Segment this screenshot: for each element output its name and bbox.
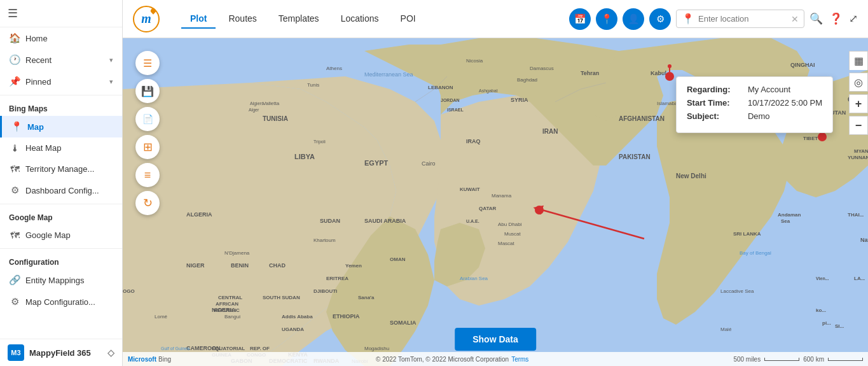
popup-regarding-value: My Account: [748, 85, 790, 94]
expand-icon[interactable]: ⤢: [849, 12, 858, 25]
mappy-badge: M3: [8, 344, 24, 361]
scale-miles: 500 miles: [733, 356, 761, 363]
svg-text:Khartoum: Khartoum: [313, 237, 336, 243]
svg-text:Bangui: Bangui: [224, 314, 240, 320]
map-tool-list[interactable]: ≡: [135, 163, 160, 187]
sidebar-item-heat-map[interactable]: 🌡 Heat Map: [0, 137, 122, 158]
sidebar-item-heat-map-label: Heat Map: [25, 143, 61, 153]
search-icon[interactable]: 🔍: [809, 12, 823, 25]
sidebar-item-pinned-label: Pinned: [25, 77, 51, 87]
pinned-chevron: ▾: [109, 78, 113, 86]
location-input[interactable]: [698, 14, 787, 24]
divider-2: [0, 204, 122, 204]
settings-button[interactable]: ⚙: [649, 8, 671, 30]
hamburger-icon[interactable]: ☰: [8, 6, 18, 20]
logo-circle: m: [133, 6, 160, 32]
svg-text:Algiers: Algiers: [250, 101, 264, 106]
dashboard-icon: ⚙: [9, 185, 20, 196]
svg-text:QINGHAI: QINGHAI: [790, 62, 815, 68]
top-nav-menu: Plot Routes Templates Locations POI: [181, 10, 425, 29]
location-search-wrap: 📍 ✕: [676, 10, 804, 28]
nav-locations[interactable]: Locations: [332, 10, 388, 29]
svg-text:Nicosia: Nicosia: [466, 58, 483, 64]
main-area: m Plot Routes Templates Locations POI 📅 …: [123, 0, 868, 366]
help-icon[interactable]: ❓: [829, 12, 843, 25]
location-clear-icon[interactable]: ✕: [791, 14, 799, 24]
popup-regarding-label: Regarding:: [687, 85, 744, 94]
map-tool-menu[interactable]: ☰: [135, 51, 160, 75]
sidebar-item-home-label: Home: [25, 34, 48, 43]
sidebar-item-recent[interactable]: 🕐 Recent ▾: [0, 49, 122, 71]
map-bottom-bar: Microsoft Bing © 2022 TomTom, © 2022 Mic…: [123, 352, 868, 366]
topbar-utility-icons: 🔍 ❓ ⤢: [809, 12, 858, 25]
svg-text:BENIN: BENIN: [231, 262, 249, 269]
map-tool-save[interactable]: 💾: [135, 79, 160, 103]
person-button[interactable]: 👤: [623, 8, 644, 30]
svg-text:Malé: Malé: [720, 327, 732, 332]
sidebar-item-map-label: Map: [27, 122, 44, 132]
sidebar-item-territory[interactable]: 🗺 Territory Manage...: [0, 158, 122, 179]
google-map-section-title: Google Map: [0, 207, 122, 225]
scale-km: 600 km: [803, 356, 824, 363]
divider-1: [0, 95, 122, 95]
map-tool-refresh[interactable]: ↻: [135, 191, 160, 215]
svg-text:SRI LANKA: SRI LANKA: [733, 231, 761, 237]
bing-maps-section-title: Bing Maps: [0, 98, 122, 116]
svg-text:pi...: pi...: [822, 320, 831, 326]
sidebar-item-entity-mappings[interactable]: 🔗 Entity Mappings: [0, 269, 122, 291]
heat-map-icon: 🌡: [9, 143, 20, 153]
svg-text:ko...: ko...: [816, 307, 826, 313]
calendar-button[interactable]: 📅: [569, 8, 591, 30]
nav-plot[interactable]: Plot: [181, 10, 216, 29]
location-target-button[interactable]: ◎: [849, 73, 868, 92]
popup-start-time-label: Start Time:: [687, 98, 744, 108]
nav-templates[interactable]: Templates: [270, 10, 328, 29]
terms-link[interactable]: Terms: [511, 356, 528, 363]
entity-mappings-icon: 🔗: [9, 274, 20, 286]
svg-text:UGANDA: UGANDA: [282, 327, 304, 332]
sidebar: ☰ 🏠 Home 🕐 Recent ▾ 📌 Pinned ▾ Bing Maps…: [0, 0, 123, 366]
map-tool-grid[interactable]: ⊞: [135, 135, 160, 159]
svg-text:Sea: Sea: [781, 218, 790, 224]
svg-text:N'Djamena: N'Djamena: [224, 250, 250, 256]
svg-text:Alger: Alger: [249, 108, 259, 113]
nav-poi[interactable]: POI: [392, 10, 425, 29]
popup-subject-row: Subject: Demo: [687, 111, 822, 121]
sidebar-item-google-map[interactable]: 🗺 Google Map: [0, 225, 122, 246]
svg-text:Andaman: Andaman: [778, 212, 801, 218]
sidebar-item-dashboard[interactable]: ⚙ Dashboard Config...: [0, 179, 122, 201]
map-area[interactable]: Mediterranean Sea TUNISIA LIBYA EGYPT SA…: [123, 38, 868, 366]
map-popup: Regarding: My Account Start Time: 10/17/…: [676, 76, 833, 133]
svg-text:LIBYA: LIBYA: [294, 153, 315, 160]
svg-text:Damascus: Damascus: [530, 66, 554, 71]
zoom-in-button[interactable]: +: [849, 94, 868, 113]
popup-subject-label: Subject:: [687, 111, 744, 121]
svg-text:EGYPT: EGYPT: [364, 159, 389, 167]
nav-routes[interactable]: Routes: [219, 10, 265, 29]
sidebar-item-pinned[interactable]: 📌 Pinned ▾: [0, 71, 122, 92]
zoom-out-button[interactable]: −: [849, 116, 868, 135]
location-pin-icon: 📍: [682, 13, 694, 25]
sidebar-item-map-config[interactable]: ⚙ Map Configuratio...: [0, 291, 122, 313]
show-data-button[interactable]: Show Data: [455, 328, 536, 351]
logo-m-letter: m: [141, 11, 151, 26]
svg-text:Mogadishu: Mogadishu: [364, 346, 389, 351]
map-tool-document[interactable]: 📄: [135, 107, 160, 131]
topbar: m Plot Routes Templates Locations POI 📅 …: [123, 0, 868, 38]
svg-text:CENTRAL: CENTRAL: [218, 295, 242, 300]
svg-text:JORDAN: JORDAN: [441, 98, 460, 102]
svg-text:Mediterranean Sea: Mediterranean Sea: [364, 71, 413, 78]
map-tile-button[interactable]: ▦: [849, 51, 868, 70]
svg-text:PAKISTAN: PAKISTAN: [619, 153, 651, 160]
location-button[interactable]: 📍: [596, 8, 617, 30]
svg-text:CHAD: CHAD: [269, 262, 286, 269]
sidebar-item-home[interactable]: 🏠 Home: [0, 27, 122, 49]
svg-text:SOUTH SUDAN: SOUTH SUDAN: [263, 295, 300, 300]
svg-text:ISRAEL: ISRAEL: [447, 108, 464, 112]
sidebar-item-map[interactable]: 📍 Map: [0, 116, 122, 137]
mappy-field-bottom[interactable]: M3 MappyField 365 ◇: [0, 339, 122, 366]
google-map-icon: 🗺: [9, 230, 20, 241]
scale-bar: © 2022 TomTom, © 2022 Microsoft Corporat…: [376, 356, 528, 363]
svg-text:MYANMAR: MYANMAR: [854, 148, 868, 154]
sidebar-item-territory-label: Territory Manage...: [25, 164, 94, 174]
